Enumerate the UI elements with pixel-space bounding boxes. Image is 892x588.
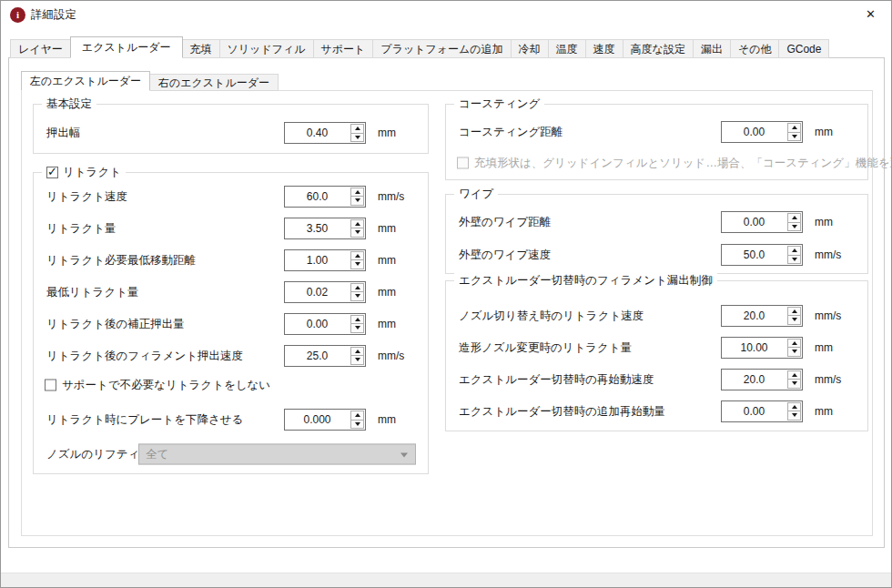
tab-extruder[interactable]: エクストルーダー xyxy=(70,36,183,58)
group-basic-title: 基本設定 xyxy=(42,96,96,112)
spin-down-button[interactable] xyxy=(787,132,801,142)
unit-label: mm xyxy=(815,126,833,138)
restart-speed-label: リトラクト後のフィラメント押出速度 xyxy=(46,348,243,363)
group-wipe-title: ワイプ xyxy=(454,187,498,202)
setting-row: エクストルーダー切替時の再始動速度 20.0 mm/s xyxy=(446,363,867,395)
extrusion-width-input[interactable]: 0.40 xyxy=(284,122,366,144)
extra-restart-amount-input[interactable]: 0.00 xyxy=(284,313,366,335)
setting-row: リトラクト量 3.50 mm xyxy=(34,212,428,244)
coasting-distance-input[interactable]: 0.00 xyxy=(721,121,803,143)
tab-infill[interactable]: 充填 xyxy=(182,39,220,58)
spin-down-button[interactable] xyxy=(350,133,364,143)
tab-platform-addition[interactable]: プラットフォームの追加 xyxy=(372,39,511,58)
tab-layer[interactable]: レイヤー xyxy=(10,39,71,58)
spin-down-button[interactable] xyxy=(787,222,801,232)
unit-label: mm/s xyxy=(378,350,404,362)
input-value: 0.00 xyxy=(722,212,786,232)
retract-speed-input[interactable]: 60.0 xyxy=(284,186,366,208)
retract-min-travel-label: リトラクト必要最低移動距離 xyxy=(46,252,196,268)
group-retract-title: リトラクト xyxy=(63,165,121,180)
spin-down-button[interactable] xyxy=(787,255,801,265)
spin-down-button[interactable] xyxy=(787,315,801,325)
wipe-distance-label: 外壁のワイプ距離 xyxy=(459,215,551,230)
advanced-settings-dialog: i 詳細設定 ✕ レイヤー エクストルーダー 充填 ソリッドフィル サポート プ… xyxy=(0,0,892,588)
plate-lower-input[interactable]: 0.000 xyxy=(284,409,366,431)
wipe-speed-input[interactable]: 50.0 xyxy=(721,244,803,266)
group-basic-settings: 基本設定 押出幅 0.40 mm xyxy=(33,104,429,154)
unit-label: mm xyxy=(378,413,396,426)
no-retract-on-support-checkbox[interactable] xyxy=(45,380,56,391)
setting-row: 外壁のワイプ速度 50.0 mm/s xyxy=(446,238,867,271)
retract-enable-checkbox[interactable] xyxy=(46,167,58,178)
setting-row: リトラクト速度 60.0 mm/s xyxy=(34,180,428,212)
nozzle-lifting-select: 全て xyxy=(138,444,416,465)
spin-down-button[interactable] xyxy=(350,259,364,269)
toolchange-retract-speed-label: ノズル切り替え時のリトラクト速度 xyxy=(459,308,644,323)
tab-cooling[interactable]: 冷却 xyxy=(511,39,549,58)
app-logo-icon: i xyxy=(10,7,25,23)
unit-label: mm/s xyxy=(815,373,841,386)
spin-down-button[interactable] xyxy=(350,228,364,238)
tab-other[interactable]: その他 xyxy=(730,39,780,58)
setting-row: 外壁のワイプ距離 0.00 mm xyxy=(446,206,867,238)
input-value: 3.50 xyxy=(285,218,350,238)
extra-restart-amount-label: リトラクト後の補正押出量 xyxy=(46,316,185,331)
tab-advanced[interactable]: 高度な設定 xyxy=(623,39,694,58)
tab-left-extruder[interactable]: 左のエクストルーダー xyxy=(21,71,150,91)
input-value: 50.0 xyxy=(722,245,786,265)
group-wipe: ワイプ 外壁のワイプ距離 0.00 mm 外壁のワイプ速度 50.0 xyxy=(445,194,868,274)
input-value: 20.0 xyxy=(722,306,786,326)
unit-label: mm xyxy=(378,318,396,330)
toolchange-extra-restart-label: エクストルーダー切替時の追加再始動量 xyxy=(459,403,665,419)
input-value: 1.00 xyxy=(285,250,350,270)
tab-right-extruder[interactable]: 右のエクストルーダー xyxy=(149,74,279,91)
input-value: 0.00 xyxy=(285,314,350,334)
restart-speed-input[interactable]: 25.0 xyxy=(284,345,366,367)
toolchange-retract-amount-input[interactable]: 10.00 xyxy=(721,337,803,359)
tab-temperature[interactable]: 温度 xyxy=(548,39,586,58)
tab-speed[interactable]: 速度 xyxy=(585,39,623,58)
spin-down-button[interactable] xyxy=(350,291,364,301)
unit-label: mm xyxy=(815,341,833,354)
unit-label: mm xyxy=(378,254,396,267)
spin-down-button[interactable] xyxy=(350,196,364,206)
input-value: 0.000 xyxy=(285,410,350,430)
toolchange-retract-speed-input[interactable]: 20.0 xyxy=(721,305,803,327)
tab-support[interactable]: サポート xyxy=(313,39,374,58)
setting-row: リトラクト時にプレートを下降させる 0.000 mm xyxy=(34,399,428,441)
main-tab-bar: レイヤー エクストルーダー 充填 ソリッドフィル サポート プラットフォームの追… xyxy=(10,37,829,58)
chevron-down-icon xyxy=(400,453,408,458)
tab-ooze[interactable]: 漏出 xyxy=(693,39,731,58)
spin-down-button[interactable] xyxy=(350,420,364,430)
toolchange-restart-speed-input[interactable]: 20.0 xyxy=(721,369,803,390)
tab-gcode[interactable]: GCode xyxy=(778,39,829,58)
selected-option: 全て xyxy=(146,445,168,464)
input-value: 10.00 xyxy=(722,338,786,358)
group-retract: リトラクト リトラクト速度 60.0 mm/s リトラクト量 3.50 xyxy=(33,172,429,474)
min-retract-amount-input[interactable]: 0.02 xyxy=(284,281,366,303)
wipe-speed-label: 外壁のワイプ速度 xyxy=(459,248,551,263)
setting-row: 最低リトラクト量 0.02 mm xyxy=(34,276,428,308)
input-value: 60.0 xyxy=(285,187,350,207)
setting-row: リトラクト必要最低移動距離 1.00 mm xyxy=(34,244,428,276)
spin-down-button[interactable] xyxy=(350,355,364,365)
toolchange-retract-amount-label: 造形ノズル変更時のリトラクト量 xyxy=(459,340,632,355)
spin-down-button[interactable] xyxy=(787,347,801,357)
group-coasting: コースティング コースティング距離 0.00 mm 充填形状は、グリッドインフィ… xyxy=(445,104,868,180)
spin-down-button[interactable] xyxy=(350,323,364,333)
toolchange-extra-restart-input[interactable]: 0.00 xyxy=(721,400,803,422)
spin-down-button[interactable] xyxy=(787,411,801,421)
setting-row: エクストルーダー切替時の追加再始動量 0.00 mm xyxy=(446,395,867,427)
unit-label: mm xyxy=(815,216,833,228)
retract-min-travel-input[interactable]: 1.00 xyxy=(284,249,366,271)
setting-row: リトラクト後の補正押出量 0.00 mm xyxy=(34,308,428,340)
wipe-distance-input[interactable]: 0.00 xyxy=(721,211,803,233)
retract-amount-input[interactable]: 3.50 xyxy=(284,218,366,239)
coasting-infill-shape-label: 充填形状は、グリッドインフィルとソリッド…場合、「コースティング」機能を適用しま… xyxy=(474,156,892,171)
input-value: 0.00 xyxy=(722,122,786,142)
tab-solid-fill[interactable]: ソリッドフィル xyxy=(219,39,314,58)
close-button[interactable]: ✕ xyxy=(850,1,891,28)
spin-down-button[interactable] xyxy=(787,379,801,389)
unit-label: mm xyxy=(815,405,833,418)
group-ooze-title: エクストルーダー切替時のフィラメント漏出制御 xyxy=(454,273,717,289)
